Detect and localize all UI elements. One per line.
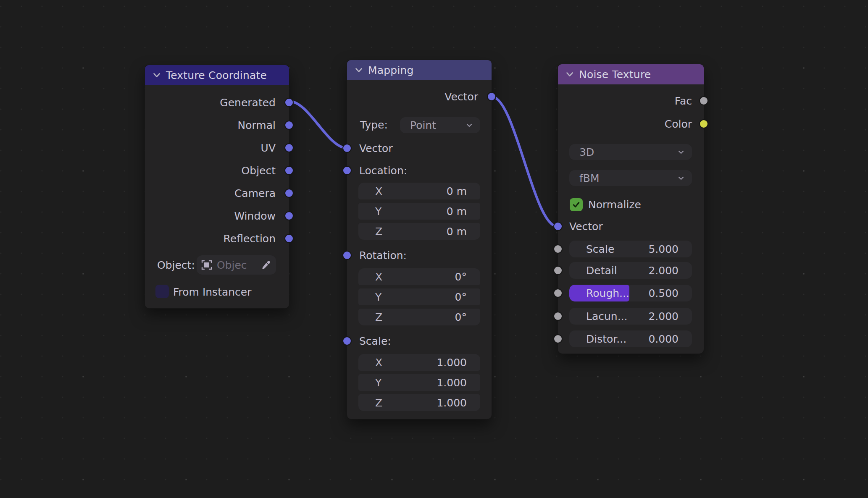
socket-output-reflection[interactable] (284, 234, 294, 243)
rotation-z-field[interactable]: Z0° (358, 309, 480, 325)
link-generated-to-mapping-vector[interactable] (289, 101, 347, 148)
input-row-scale: Scale: (347, 330, 492, 352)
location-fields: X0 m Y0 m Z0 m (358, 183, 480, 240)
collapse-chevron-icon[interactable] (354, 65, 364, 75)
input-row-vector: Vector (558, 215, 704, 238)
node-header-mapping[interactable]: Mapping (347, 60, 492, 80)
node-title: Texture Coordinate (166, 69, 267, 81)
socket-input-vector[interactable] (553, 222, 563, 231)
eyedropper-icon[interactable] (260, 259, 271, 271)
output-row-generated: Generated (145, 91, 289, 114)
location-x-field[interactable]: X0 m (358, 183, 480, 199)
input-row-rotation: Rotation: (347, 244, 492, 267)
socket-output-uv[interactable] (284, 143, 294, 152)
socket-output-fac[interactable] (699, 96, 708, 105)
location-z-field[interactable]: Z0 m (358, 223, 480, 240)
scale-z-field[interactable]: Z1.000 (358, 394, 480, 411)
node-header-noise-texture[interactable]: Noise Texture (558, 64, 704, 84)
input-row-vector: Vector (347, 137, 492, 160)
socket-output-object[interactable] (284, 166, 294, 175)
output-row-camera: Camera (145, 182, 289, 204)
socket-output-window[interactable] (284, 211, 294, 220)
scale-y-field[interactable]: Y1.000 (358, 374, 480, 391)
object-picker-value: Objec (217, 259, 255, 271)
rotation-y-field[interactable]: Y0° (358, 288, 480, 305)
socket-input-distortion[interactable] (553, 334, 563, 343)
collapse-chevron-icon[interactable] (152, 70, 162, 80)
checkmark-icon (572, 200, 581, 209)
socket-input-rotation[interactable] (342, 251, 352, 260)
link-mapping-vector-to-noise-vector[interactable] (492, 97, 557, 226)
collapse-chevron-icon[interactable] (565, 69, 575, 79)
socket-output-generated[interactable] (284, 98, 294, 107)
detail-param-field[interactable]: Detail 2.000 (569, 262, 692, 279)
socket-output-normal[interactable] (284, 121, 294, 130)
socket-output-camera[interactable] (284, 189, 294, 198)
socket-output-vector[interactable] (487, 92, 496, 101)
output-row-uv: UV (145, 136, 289, 159)
node-noise-texture[interactable]: Noise Texture Fac Color 3D fBM Normalize… (558, 64, 704, 354)
output-row-normal: Normal (145, 114, 289, 136)
normalize-label: Normalize (588, 199, 641, 211)
chevron-down-icon (677, 148, 685, 156)
type-dropdown-value: Point (410, 119, 436, 131)
object-data-icon (201, 259, 213, 271)
distortion-param-field[interactable]: Distor... 0.000 (569, 330, 692, 347)
node-mapping[interactable]: Mapping Vector Type: Point Vector Locati… (347, 60, 492, 419)
socket-input-location[interactable] (342, 166, 352, 175)
scale-param-field[interactable]: Scale 5.000 (569, 241, 692, 257)
from-instancer-label: From Instancer (173, 286, 252, 298)
node-title: Noise Texture (579, 68, 651, 81)
rotation-x-field[interactable]: X0° (358, 268, 480, 285)
node-title: Mapping (368, 64, 414, 76)
socket-input-vector[interactable] (342, 144, 352, 153)
chevron-down-icon (465, 121, 473, 129)
type-label: Type: (360, 119, 388, 131)
dimensions-dropdown-value: 3D (579, 146, 594, 158)
noise-type-dropdown[interactable]: fBM (569, 170, 692, 186)
from-instancer-checkbox[interactable] (155, 285, 169, 298)
dimensions-dropdown[interactable]: 3D (569, 144, 692, 160)
socket-input-scale[interactable] (553, 244, 563, 254)
output-row-reflection: Reflection (145, 227, 289, 250)
object-picker-field[interactable]: Objec (197, 255, 276, 275)
input-row-location: Location: (347, 159, 492, 182)
noise-type-dropdown-value: fBM (579, 172, 600, 184)
chevron-down-icon (677, 174, 685, 182)
scale-x-field[interactable]: X1.000 (358, 354, 480, 371)
object-label: Object: (157, 259, 195, 271)
socket-output-color[interactable] (699, 119, 708, 128)
output-row-object: Object (145, 159, 289, 182)
socket-input-detail[interactable] (553, 266, 563, 275)
output-row-window: Window (145, 204, 289, 227)
roughness-param-field[interactable]: Rough... 0.500 (569, 285, 692, 301)
lacunarity-param-field[interactable]: Lacun... 2.000 (569, 308, 692, 325)
location-y-field[interactable]: Y0 m (358, 203, 480, 220)
normalize-checkbox[interactable] (570, 198, 583, 211)
socket-input-scale[interactable] (342, 336, 352, 346)
node-texture-coordinate[interactable]: Texture Coordinate Generated Normal UV O… (145, 65, 289, 308)
node-header-texture-coordinate[interactable]: Texture Coordinate (145, 65, 289, 85)
output-row-vector: Vector (347, 85, 492, 108)
output-row-fac: Fac (558, 89, 704, 112)
type-dropdown[interactable]: Point (400, 117, 480, 133)
socket-input-lacunarity[interactable] (553, 312, 563, 321)
rotation-fields: X0° Y0° Z0° (358, 268, 480, 325)
scale-fields: X1.000 Y1.000 Z1.000 (358, 354, 480, 411)
socket-input-roughness[interactable] (553, 288, 563, 298)
output-row-color: Color (558, 113, 704, 135)
node-editor-canvas[interactable]: Texture Coordinate Generated Normal UV O… (0, 0, 868, 498)
